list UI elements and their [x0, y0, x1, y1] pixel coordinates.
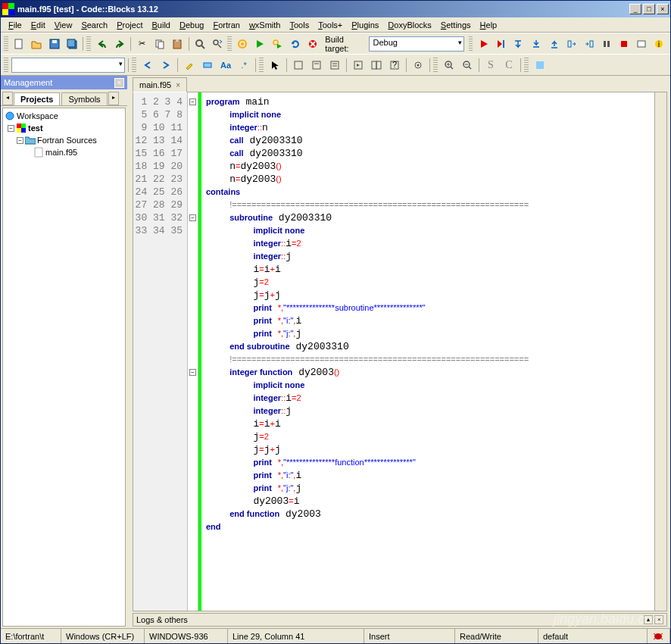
source-button[interactable]: S [482, 57, 499, 73]
menu-project[interactable]: Project [112, 19, 147, 31]
save-all-button[interactable] [64, 36, 80, 52]
new-file-button[interactable] [11, 36, 27, 52]
menu-settings[interactable]: Settings [436, 19, 476, 31]
tab-nav-right[interactable]: ▸ [108, 92, 119, 105]
menu-doxyblocks[interactable]: DoxyBlocks [383, 19, 435, 31]
menu-tools[interactable]: Tools [285, 19, 314, 31]
project-tree[interactable]: Workspace − test − Fortran Sources main.… [2, 108, 126, 627]
build-run-button[interactable] [270, 36, 286, 52]
step-instr-button[interactable] [581, 36, 597, 52]
toolbar-grip[interactable] [4, 58, 8, 73]
step-out-button[interactable] [546, 36, 562, 52]
next-instr-button[interactable] [563, 36, 579, 52]
toolbar-grip[interactable] [86, 36, 91, 52]
rebuild-button[interactable] [287, 36, 303, 52]
menu-fortran[interactable]: Fortran [208, 19, 244, 31]
toolbar-grip[interactable] [132, 58, 136, 73]
step-into-button[interactable] [529, 36, 545, 52]
close-button[interactable]: × [657, 4, 669, 14]
logs-maximize-button[interactable]: ▴ [644, 615, 653, 624]
forward-button[interactable] [158, 57, 174, 73]
tab-symbols[interactable]: Symbols [61, 92, 107, 105]
logs-panel-header[interactable]: Logs & others ▴ × [133, 613, 667, 627]
copy-button[interactable] [151, 36, 167, 52]
doxy-config-button[interactable] [410, 57, 426, 73]
scope-combo[interactable] [11, 58, 125, 73]
debug-windows-button[interactable] [634, 36, 650, 52]
open-file-button[interactable] [29, 36, 45, 52]
doxy-html-button[interactable] [368, 57, 385, 73]
highlight-button[interactable] [181, 57, 198, 73]
run-button[interactable] [252, 36, 268, 52]
doxy-block-button[interactable] [290, 57, 307, 73]
tree-project[interactable]: − test [5, 122, 123, 134]
pointer-button[interactable] [267, 57, 283, 73]
tree-toggle-icon[interactable]: − [8, 125, 14, 132]
menu-help[interactable]: Help [476, 19, 502, 31]
abort-button[interactable] [304, 36, 320, 52]
comment-button[interactable]: C [501, 57, 517, 73]
fortran-toolbar-button[interactable] [532, 57, 548, 73]
toolbar-grip[interactable] [259, 58, 264, 73]
toolbar-grip[interactable] [227, 36, 232, 52]
tree-file[interactable]: main.f95 [5, 146, 123, 158]
toolbar-grip[interactable] [469, 36, 473, 52]
redo-button[interactable] [111, 36, 127, 52]
cut-button[interactable]: ✂ [134, 36, 150, 52]
back-button[interactable] [139, 57, 156, 73]
selection-button[interactable] [199, 57, 216, 73]
management-close-button[interactable]: × [114, 78, 124, 88]
undo-button[interactable] [94, 36, 110, 52]
menu-wxsmith[interactable]: wxSmith [245, 19, 286, 31]
regex-button[interactable]: .* [236, 57, 252, 73]
tree-folder[interactable]: − Fortran Sources [5, 134, 123, 146]
fold-column[interactable]: −−− [188, 92, 198, 611]
vertical-scrollbar[interactable] [654, 92, 666, 611]
editor-tab[interactable]: main.f95 × [133, 77, 187, 92]
svg-line-63 [660, 638, 663, 639]
menu-search[interactable]: Search [76, 19, 112, 31]
minimize-button[interactable]: _ [629, 4, 641, 14]
menu-file[interactable]: File [4, 19, 27, 31]
tree-toggle-icon[interactable]: − [17, 137, 23, 144]
build-target-combo[interactable]: Debug [369, 36, 463, 52]
tree-workspace[interactable]: Workspace [5, 110, 123, 122]
toolbar-grip[interactable] [524, 58, 529, 73]
save-button[interactable] [46, 36, 62, 52]
tab-close-icon[interactable]: × [176, 81, 180, 89]
paste-button[interactable] [170, 36, 186, 52]
code-content[interactable]: program main implicit none integer::n ca… [201, 92, 654, 611]
zoom-out-button[interactable] [459, 57, 476, 73]
code-editor[interactable]: 1 2 3 4 5 6 7 8 9 10 11 12 13 14 15 16 1… [133, 92, 667, 611]
doxy-chm-button[interactable]: ? [386, 57, 403, 73]
status-bug-icon[interactable] [648, 629, 670, 643]
workspace-icon [5, 111, 15, 121]
match-case-button[interactable]: Aa [217, 57, 234, 73]
toolbar-grip[interactable] [4, 36, 8, 52]
debug-info-button[interactable]: i [651, 36, 667, 52]
replace-button[interactable] [210, 36, 226, 52]
menu-debug[interactable]: Debug [175, 19, 208, 31]
tab-projects[interactable]: Projects [14, 92, 60, 105]
tab-nav-left[interactable]: ◂ [2, 92, 13, 105]
menu-build[interactable]: Build [148, 19, 175, 31]
menu-tools+[interactable]: Tools+ [314, 19, 347, 31]
build-button[interactable] [235, 36, 251, 52]
menu-view[interactable]: View [50, 19, 77, 31]
find-button[interactable] [192, 36, 208, 52]
svg-rect-58 [35, 148, 42, 157]
stop-debug-button[interactable] [616, 36, 632, 52]
doxy-run-button[interactable] [350, 57, 367, 73]
debug-start-button[interactable] [476, 36, 492, 52]
run-to-cursor-button[interactable] [494, 36, 510, 52]
maximize-button[interactable]: □ [643, 4, 655, 14]
zoom-in-button[interactable] [441, 57, 457, 73]
menu-edit[interactable]: Edit [27, 19, 50, 31]
menu-plugins[interactable]: Plugins [347, 19, 383, 31]
doxy-lines-button[interactable] [326, 57, 343, 73]
next-line-button[interactable] [511, 36, 527, 52]
logs-close-button[interactable]: × [654, 615, 663, 624]
toolbar-grip[interactable] [433, 58, 438, 73]
doxy-line-button[interactable] [308, 57, 325, 73]
break-button[interactable] [598, 36, 614, 52]
